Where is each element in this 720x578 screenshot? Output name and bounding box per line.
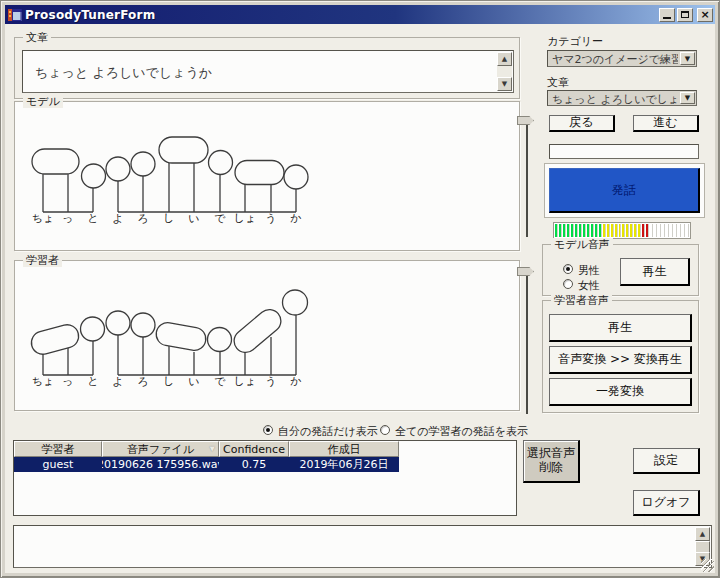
model-pitch-slider[interactable] [517,116,537,237]
delete-button-line2: 削除 [539,461,563,475]
meter-segment [607,224,610,237]
category-dropdown[interactable]: ヤマ2つのイメージで練習しよう ▼ [547,50,697,67]
meter-segment [670,224,673,237]
svg-text:し: し [163,375,174,388]
meter-segment [575,224,578,237]
logoff-button[interactable]: ログオフ [633,490,700,516]
slider-thumb-icon[interactable] [517,267,534,276]
svg-text:と: と [87,375,98,388]
svg-text:う: う [265,375,276,388]
meter-segment [599,224,602,237]
scroll-up-icon[interactable]: ▲ [497,52,512,66]
learner-voice-groupbox: 学習者音声 再生 音声変換 >> 変換再生 一発変換 [542,300,699,413]
speak-button[interactable]: 発話 [549,168,700,213]
model-voice-group-label: モデル音声 [551,238,613,251]
male-radio-label: 男性 [578,263,600,278]
meter-segment [634,224,637,237]
sentence-dropdown-value: ちょっと よろしいでしょうか [552,92,678,107]
column-header[interactable]: 作成日 [289,441,399,457]
sentence-scrollbar[interactable]: ▲ ▼ [497,52,512,91]
scroll-up-icon[interactable]: ▲ [695,527,710,541]
one-shot-convert-button[interactable]: 一発変換 [549,378,692,406]
column-header[interactable]: 学習者 [14,441,102,457]
chevron-down-icon[interactable]: ▼ [680,52,695,65]
meter-segment [666,224,669,237]
svg-text:ちょ: ちょ [32,212,55,225]
column-header[interactable]: Confidence [219,441,289,457]
delete-selected-audio-button[interactable]: 選択音声 削除 [523,440,580,483]
maximize-button[interactable] [677,8,693,22]
model-group-label: モデル [23,95,63,108]
column-header[interactable]: 音声ファイル▼ [102,441,219,457]
learner-pitch-slider[interactable] [517,267,537,414]
speak-text-input[interactable] [549,144,699,159]
accuracy-meter [553,222,691,239]
close-button[interactable]: × [697,8,713,22]
female-radio[interactable] [563,279,573,289]
chevron-down-icon[interactable]: ▼ [680,92,695,104]
convert-play-button[interactable]: 音声変換 >> 変換再生 [549,346,692,374]
learner-play-button[interactable]: 再生 [549,314,692,342]
show-own-radio[interactable] [263,425,273,435]
svg-text:よ: よ [112,212,123,225]
resize-grip[interactable] [701,559,714,572]
sentence-groupbox: 文章 ちょっと よろしいでしょうか ▲ ▼ [14,37,520,99]
meter-segment [674,224,677,237]
svg-text:しょ: しょ [234,212,257,225]
meter-segment [611,224,614,237]
show-own-label: 自分の発話だけ表示 [278,424,378,439]
minimize-button[interactable] [659,8,675,22]
show-all-radio[interactable] [380,425,390,435]
svg-text:う: う [265,212,276,225]
learner-group-label: 学習者 [23,254,62,267]
meter-segment [630,224,633,237]
meter-segment [567,224,570,237]
meter-segment [642,224,645,237]
sort-indicator-icon: ▼ [210,445,215,453]
log-textbox[interactable]: ▲ ▼ [13,525,712,568]
svg-text:っ: っ [62,212,73,225]
meter-segment [654,224,657,237]
meter-segment [563,224,566,237]
meter-segment [619,224,622,237]
sentence-text: ちょっと よろしいでしょうか [35,64,212,82]
model-play-button[interactable]: 再生 [620,258,690,286]
meter-segment [658,224,661,237]
meter-segment [678,224,681,237]
slider-thumb-icon[interactable] [517,116,534,125]
meter-segment [587,224,590,237]
speak-button-frame: 発話 [544,163,705,218]
sentence-group-label: 文章 [23,31,51,44]
svg-text:ちょ: ちょ [32,375,55,388]
meter-segment [579,224,582,237]
meter-segment [571,224,574,237]
sentence-textbox[interactable]: ちょっと よろしいでしょうか ▲ ▼ [22,50,514,93]
table-cell: 20190626 175956.wav [102,457,219,472]
table-header-row[interactable]: 学習者音声ファイル▼Confidence作成日 [14,441,516,457]
sentence-dropdown[interactable]: ちょっと よろしいでしょうか ▼ [547,90,697,106]
model-voice-groupbox: モデル音声 男性 女性 再生 [542,244,699,296]
svg-text:か: か [290,212,301,225]
svg-text:し: し [163,212,174,225]
svg-text:と: と [87,212,98,225]
model-groupbox: モデル ちょっとよろしいでしょうか [14,101,520,251]
prosody-tuner-window: ProsodyTunerForm × 文章 ちょっと よろしいでしょうか ▲ ▼… [0,0,720,578]
svg-text:ろ: ろ [137,212,148,225]
male-radio[interactable] [563,264,573,274]
svg-text:で: で [214,212,226,225]
app-icon [8,8,22,22]
settings-button[interactable]: 設定 [633,448,700,474]
forward-button[interactable]: 進む [633,115,699,132]
scroll-down-icon[interactable]: ▼ [497,77,512,91]
model-prosody-chart: ちょっとよろしいでしょうか [17,114,517,246]
back-button[interactable]: 戻る [549,115,615,132]
table-row[interactable]: guest20190626 175956.wav0.752019年06月26日 [14,457,399,472]
svg-text:い: い [188,375,199,388]
meter-segment [650,224,653,237]
recordings-table[interactable]: 学習者音声ファイル▼Confidence作成日 guest20190626 17… [13,440,517,516]
svg-text:で: で [214,375,226,388]
category-value: ヤマ2つのイメージで練習しよう [552,52,678,67]
table-cell: guest [14,457,102,472]
sentence-select-label: 文章 [547,75,569,90]
meter-segment [626,224,629,237]
